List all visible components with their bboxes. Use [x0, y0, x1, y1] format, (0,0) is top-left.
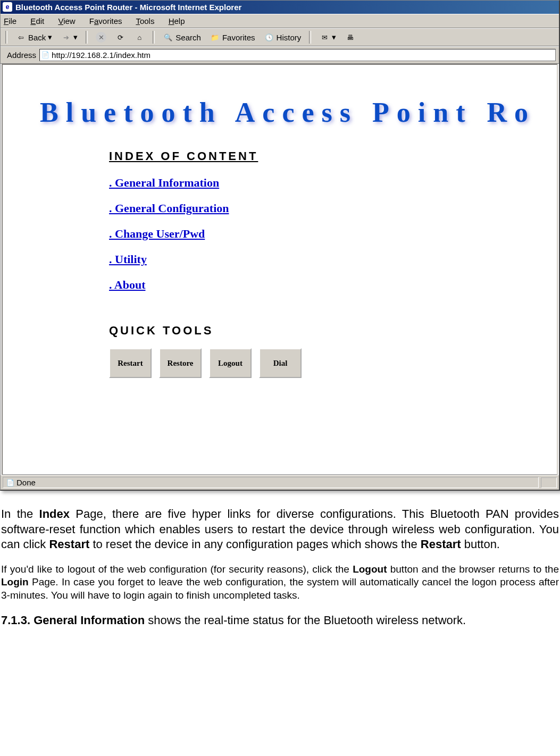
statusbar: 📄 Done	[1, 475, 559, 490]
menu-view[interactable]: View	[58, 16, 75, 26]
link-utility[interactable]: . Utility	[109, 253, 557, 266]
back-label: Back	[28, 33, 46, 42]
stop-button[interactable]: ✕	[94, 31, 108, 44]
addressbar: Address 📄	[1, 46, 559, 64]
history-button[interactable]: 🕓 History	[262, 31, 304, 44]
link-change-user-pwd[interactable]: . Change User/Pwd	[109, 227, 557, 241]
search-label: Search	[175, 33, 201, 42]
doc-paragraph-3: 7.1.3. General Information shows the rea…	[1, 613, 559, 628]
toolbar-separator	[309, 31, 311, 44]
toolbar-separator	[153, 31, 155, 44]
forward-button[interactable]: ➔ ▾	[58, 31, 80, 44]
page-icon: 📄	[6, 479, 14, 486]
quick-tools-row: Restart Restore Logout Dial	[109, 348, 557, 378]
menu-help[interactable]: Help	[169, 16, 185, 26]
print-button[interactable]: 🖶	[342, 31, 357, 44]
menu-favorites[interactable]: Favorites	[89, 16, 122, 26]
quick-tools-heading: QUICK TOOLS	[109, 324, 557, 338]
address-input[interactable]	[39, 49, 556, 61]
document-body-text: In the Index Page, there are five hyper …	[0, 501, 560, 628]
restart-button[interactable]: Restart	[109, 348, 152, 378]
search-icon: 🔍	[163, 32, 173, 43]
dropdown-icon: ▾	[48, 32, 52, 42]
browser-window: e Bluetooth Access Point Router - Micros…	[0, 0, 560, 491]
menu-file[interactable]: File	[4, 16, 16, 26]
restore-button[interactable]: Restore	[159, 348, 202, 378]
dropdown-icon: ▾	[332, 32, 336, 42]
print-icon: 🖶	[345, 32, 355, 43]
search-button[interactable]: 🔍 Search	[161, 31, 203, 44]
doc-paragraph-2: If you'd like to logout of the web confi…	[1, 563, 559, 602]
refresh-button[interactable]: ⟳	[113, 31, 128, 44]
favorites-button[interactable]: 📁 Favorites	[207, 31, 257, 44]
back-arrow-icon: ⇦	[15, 32, 26, 43]
dial-button[interactable]: Dial	[259, 348, 302, 378]
logout-button[interactable]: Logout	[209, 348, 252, 378]
index-heading: INDEX OF CONTENT	[109, 149, 557, 163]
status-text: Done	[16, 478, 36, 487]
link-general-configuration[interactable]: . General Configuration	[109, 201, 557, 215]
link-about[interactable]: . About	[109, 278, 557, 292]
page-icon: 📄	[41, 51, 50, 60]
link-general-information[interactable]: . General Information	[109, 176, 557, 190]
dropdown-icon: ▾	[73, 32, 78, 42]
status-panel-2	[541, 477, 557, 488]
mail-button[interactable]: ✉ ▾	[317, 31, 338, 44]
favorites-icon: 📁	[210, 32, 220, 43]
home-icon: ⌂	[134, 32, 145, 43]
history-icon: 🕓	[264, 32, 274, 43]
menubar: File Edit View Favorites Tools Help	[1, 14, 559, 28]
doc-paragraph-1: In the Index Page, there are five hyper …	[1, 507, 559, 552]
menu-edit[interactable]: Edit	[30, 16, 44, 26]
address-label: Address	[7, 51, 36, 60]
refresh-icon: ⟳	[115, 32, 126, 43]
favorites-label: Favorites	[222, 33, 255, 42]
mail-icon: ✉	[319, 32, 330, 43]
toolbar: ⇦ Back ▾ ➔ ▾ ✕ ⟳ ⌂ 🔍 Search 📁 Favorites …	[1, 28, 559, 46]
ie-logo-icon: e	[3, 2, 12, 12]
history-label: History	[277, 33, 302, 42]
forward-arrow-icon: ➔	[61, 32, 71, 43]
page-content: Bluetooth Access Point Ro INDEX OF CONTE…	[2, 64, 558, 475]
menu-tools[interactable]: Tools	[136, 16, 154, 26]
status-panel: 📄 Done	[3, 477, 539, 488]
home-button[interactable]: ⌂	[132, 31, 147, 44]
back-button[interactable]: ⇦ Back ▾	[13, 31, 54, 44]
toolbar-separator	[86, 31, 88, 44]
page-banner: Bluetooth Access Point Ro	[3, 65, 557, 149]
toolbar-separator	[5, 31, 7, 44]
stop-icon: ✕	[96, 32, 106, 43]
window-title: Bluetooth Access Point Router - Microsof…	[15, 3, 241, 12]
titlebar: e Bluetooth Access Point Router - Micros…	[1, 1, 559, 14]
